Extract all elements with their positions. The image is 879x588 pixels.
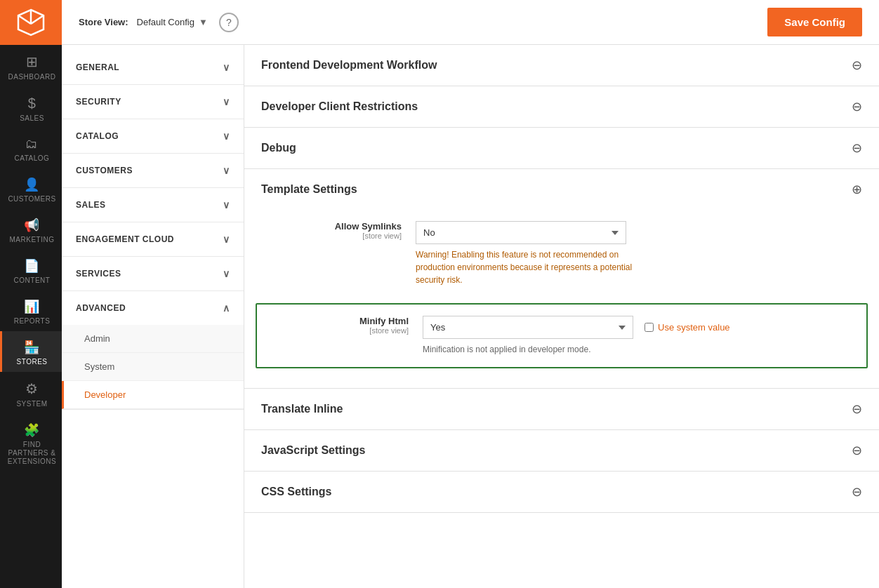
help-icon: ? (226, 17, 232, 28)
panel-section-security-header[interactable]: SECURITY ∨ (62, 85, 244, 119)
panel-sub-item-developer[interactable]: Developer (62, 381, 244, 409)
minify-html-label: Minify Html (268, 316, 409, 326)
engagement-section-label: ENGAGEMENT CLOUD (76, 234, 174, 244)
help-button[interactable]: ? (219, 13, 239, 32)
minify-html-select-wrap: Yes No Use system value (423, 316, 855, 339)
save-config-button[interactable]: Save Config (767, 8, 862, 36)
sidebar-item-label: SALES (20, 114, 44, 123)
minify-html-note: Minification is not applied in developer… (423, 343, 661, 356)
catalog-icon: 🗂 (25, 137, 39, 152)
advanced-sub-items: Admin System Developer (62, 325, 244, 409)
chevron-up-icon: ∧ (223, 302, 230, 314)
accordion-css-settings: CSS Settings ⊖ (244, 472, 879, 513)
accordion-developer-client-header[interactable]: Developer Client Restrictions ⊖ (244, 86, 879, 127)
minify-html-select[interactable]: Yes No (423, 316, 633, 339)
sidebar-item-dashboard[interactable]: ⊞ DASHBOARD (0, 45, 62, 87)
allow-symlinks-select-wrap: No Yes (416, 221, 862, 244)
sales-icon: $ (28, 95, 37, 112)
dashboard-icon: ⊞ (26, 53, 39, 70)
sidebar-item-sales[interactable]: $ SALES (0, 87, 62, 128)
panel-section-services: SERVICES ∨ (62, 257, 244, 291)
panel-sub-item-system[interactable]: System (62, 353, 244, 381)
general-section-label: GENERAL (76, 62, 119, 72)
accordion-javascript-settings-title: JavaScript Settings (261, 444, 366, 457)
system-icon: ⚙ (25, 380, 39, 397)
accordion-translate-inline-header[interactable]: Translate Inline ⊖ (244, 389, 879, 429)
sidebar-item-system[interactable]: ⚙ SYSTEM (0, 372, 62, 414)
accordion-developer-client: Developer Client Restrictions ⊖ (244, 86, 879, 128)
accordion-debug-header[interactable]: Debug ⊖ (244, 128, 879, 168)
left-panel: GENERAL ∨ SECURITY ∨ CATALOG ∨ CUSTOMERS (62, 45, 244, 588)
allow-symlinks-control-col: No Yes Warning! Enabling this feature is… (416, 221, 862, 286)
right-panel: Frontend Development Workflow ⊖ Develope… (244, 45, 879, 588)
minify-html-label-col: Minify Html [store view] (268, 316, 423, 335)
panel-section-customers-header[interactable]: CUSTOMERS ∨ (62, 154, 244, 187)
sidebar-item-customers[interactable]: 👤 CUSTOMERS (0, 168, 62, 209)
minify-html-control-col: Yes No Use system value Minification is … (423, 316, 855, 356)
allow-symlinks-label-col: Allow Symlinks [store view] (261, 221, 416, 240)
sidebar-item-stores[interactable]: 🏪 STORES (0, 331, 62, 372)
panel-section-general-header[interactable]: GENERAL ∨ (62, 51, 244, 84)
chevron-down-icon: ∨ (223, 96, 230, 107)
panel-section-advanced: ADVANCED ∧ Admin System Developer (62, 291, 244, 410)
panel-section-advanced-header[interactable]: ADVANCED ∧ (62, 291, 244, 325)
sidebar-item-extensions[interactable]: 🧩 FIND PARTNERS & EXTENSIONS (0, 414, 62, 472)
advanced-section-label: ADVANCED (76, 303, 126, 313)
reports-icon: 📊 (24, 299, 40, 314)
catalog-section-label: CATALOG (76, 131, 119, 141)
accordion-template-settings-title: Template Settings (261, 183, 357, 196)
sidebar-item-label: MARKETING (10, 236, 55, 244)
sidebar-item-label: SYSTEM (16, 400, 47, 408)
accordion-template-settings-header[interactable]: Template Settings ⊕ (244, 169, 879, 210)
accordion-css-settings-title: CSS Settings (261, 486, 331, 498)
sidebar-item-label: REPORTS (14, 317, 51, 326)
accordion-javascript-settings-header[interactable]: JavaScript Settings ⊖ (244, 430, 879, 471)
accordion-translate-inline: Translate Inline ⊖ (244, 389, 879, 430)
panel-sub-item-admin[interactable]: Admin (62, 325, 244, 353)
accordion-debug: Debug ⊖ (244, 128, 879, 169)
setting-minify-html: Minify Html [store view] Yes No (256, 303, 868, 368)
accordion-frontend-workflow-title: Frontend Development Workflow (261, 59, 437, 72)
allow-symlinks-sublabel: [store view] (261, 232, 402, 240)
use-system-value-checkbox[interactable] (645, 323, 654, 332)
accordion-template-settings: Template Settings ⊕ Allow Symlinks [stor… (244, 169, 879, 389)
accordion-collapse-icon: ⊖ (852, 484, 862, 500)
panel-section-general: GENERAL ∨ (62, 51, 244, 85)
use-system-value-text: Use system value (658, 322, 730, 333)
content-area: GENERAL ∨ SECURITY ∨ CATALOG ∨ CUSTOMERS (62, 45, 879, 588)
sidebar-item-content[interactable]: 📄 CONTENT (0, 250, 62, 290)
panel-section-catalog-header[interactable]: CATALOG ∨ (62, 119, 244, 153)
accordion-frontend-workflow-header[interactable]: Frontend Development Workflow ⊖ (244, 45, 879, 86)
sidebar-item-label: CATALOG (15, 154, 50, 163)
store-view-select[interactable]: Default Config ▼ (137, 17, 208, 27)
allow-symlinks-select[interactable]: No Yes (416, 221, 626, 244)
accordion-translate-inline-title: Translate Inline (261, 403, 343, 415)
sidebar-logo[interactable] (0, 0, 62, 45)
chevron-down-icon: ∨ (223, 165, 230, 176)
main-area: Store View: Default Config ▼ ? Save Conf… (62, 0, 879, 588)
stores-icon: 🏪 (24, 340, 40, 355)
panel-section-engagement-header[interactable]: ENGAGEMENT CLOUD ∨ (62, 222, 244, 256)
chevron-down-icon: ∨ (223, 62, 230, 73)
sidebar-item-catalog[interactable]: 🗂 CATALOG (0, 128, 62, 168)
panel-section-catalog: CATALOG ∨ (62, 119, 244, 154)
sidebar-item-marketing[interactable]: 📢 MARKETING (0, 209, 62, 250)
accordion-collapse-icon: ⊖ (852, 140, 862, 156)
setting-allow-symlinks: Allow Symlinks [store view] No Yes Warni… (244, 210, 879, 298)
sidebar-item-label: STORES (17, 358, 48, 366)
accordion-css-settings-header[interactable]: CSS Settings ⊖ (244, 472, 879, 512)
topbar: Store View: Default Config ▼ ? Save Conf… (62, 0, 879, 45)
store-view-label: Store View: (79, 17, 128, 27)
accordion-frontend-workflow: Frontend Development Workflow ⊖ (244, 45, 879, 86)
panel-section-customers: CUSTOMERS ∨ (62, 154, 244, 188)
panel-section-engagement: ENGAGEMENT CLOUD ∨ (62, 222, 244, 257)
chevron-down-icon: ∨ (223, 199, 230, 211)
customers-icon: 👤 (24, 177, 40, 192)
panel-section-security: SECURITY ∨ (62, 85, 244, 119)
sidebar-item-reports[interactable]: 📊 REPORTS (0, 290, 62, 331)
panel-section-sales-header[interactable]: SALES ∨ (62, 188, 244, 222)
security-section-label: SECURITY (76, 97, 121, 107)
use-system-value-label: Use system value (645, 322, 730, 333)
panel-section-services-header[interactable]: SERVICES ∨ (62, 257, 244, 290)
accordion-javascript-settings: JavaScript Settings ⊖ (244, 430, 879, 472)
